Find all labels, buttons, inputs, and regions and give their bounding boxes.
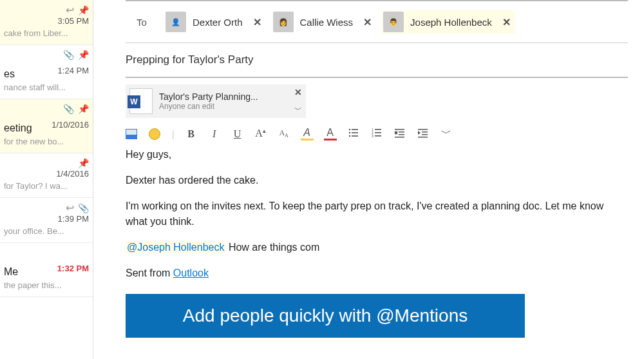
svg-point-4 <box>348 135 350 136</box>
message-time: 3:05 PM <box>58 16 89 26</box>
message-preview: your office. Be... <box>4 226 89 236</box>
recipient-name: Callie Wiess <box>300 17 354 28</box>
message-preview: cake from Liber... <box>4 28 89 38</box>
highlight-button[interactable]: A <box>301 127 314 141</box>
svg-marker-22 <box>418 131 421 135</box>
body-text: How are things com <box>225 242 319 253</box>
font-color-button[interactable]: A <box>324 127 337 141</box>
message-item[interactable]: 📎 📌 eeting1/10/2016 for the new bo... <box>0 99 93 153</box>
bullets-button[interactable] <box>347 128 360 141</box>
message-item[interactable]: 📎 📌 es1:24 PM nance staff will... <box>0 45 93 99</box>
body-paragraph: Hey guys, <box>126 147 628 162</box>
message-time: 1/4/2016 <box>56 169 89 179</box>
svg-rect-18 <box>418 129 428 130</box>
subject-field[interactable]: Prepping for Taylor's Party <box>126 43 628 78</box>
svg-rect-12 <box>395 129 404 130</box>
recipient-chip[interactable]: 👩 Callie Wiess ✕ <box>272 10 376 34</box>
message-list: ↩ 📌 3:05 PM cake from Liber... 📎 📌 es1:2… <box>0 0 93 359</box>
pin-icon: 📌 <box>78 104 89 114</box>
message-body[interactable]: Hey guys, Dexter has ordered the cake. I… <box>126 147 628 281</box>
message-item[interactable]: 📌 1/4/2016 for Taylor? I wa... <box>0 153 93 198</box>
attachment-options-icon[interactable]: ﹀ <box>294 104 302 115</box>
recipient-chip[interactable]: 👨 Joseph Hollenbeck ✕ <box>382 10 515 34</box>
bold-button[interactable]: B <box>185 128 198 140</box>
attachment-name: Taylor's Party Planning... <box>159 92 258 102</box>
recipient-name: Dexter Orth <box>193 17 243 28</box>
underline-button[interactable]: U <box>231 128 244 140</box>
svg-rect-15 <box>395 137 404 138</box>
compose-pane: To 👤 Dexter Orth ✕ 👩 Callie Wiess ✕ 👨 Jo… <box>93 0 644 359</box>
message-time: 1:32 PM <box>57 264 89 273</box>
reply-icon: ↩ <box>66 4 74 16</box>
svg-rect-20 <box>422 134 428 135</box>
pin-icon: 📌 <box>78 158 89 168</box>
insert-emoji-button[interactable] <box>149 128 162 140</box>
numbering-button[interactable]: 123 <box>370 128 383 141</box>
separator: | <box>172 129 175 139</box>
message-time: 1:24 PM <box>58 66 89 75</box>
pin-icon: 📌 <box>78 50 89 60</box>
indent-button[interactable] <box>417 128 430 141</box>
font-grow-button[interactable]: A▴ <box>254 128 267 139</box>
pin-icon: 📌 <box>78 5 89 15</box>
attachment-icon: 📎 <box>63 50 74 60</box>
italic-button[interactable]: I <box>208 128 221 140</box>
font-shrink-button[interactable]: AA <box>278 128 290 139</box>
attachment-permissions: Anyone can edit <box>159 102 258 111</box>
body-paragraph: I'm working on the invites next. To keep… <box>126 199 628 229</box>
message-title: eeting <box>4 122 32 134</box>
body-paragraph: Dexter has ordered the cake. <box>126 173 628 188</box>
message-preview: for Taylor? I wa... <box>4 181 89 191</box>
body-paragraph: @Joseph Hollenbeck How are things com <box>126 240 628 255</box>
remove-recipient-icon[interactable]: ✕ <box>363 16 372 28</box>
svg-text:3: 3 <box>372 134 374 138</box>
insert-image-button[interactable] <box>126 129 138 139</box>
svg-rect-9 <box>375 132 381 133</box>
svg-point-2 <box>348 131 350 133</box>
recipient-name: Joseph Hollenbeck <box>410 17 492 28</box>
attachment-icon: 📎 <box>63 104 74 114</box>
attachment-card[interactable]: W Taylor's Party Planning... Anyone can … <box>126 84 306 118</box>
recipient-chip[interactable]: 👤 Dexter Orth ✕ <box>164 10 265 34</box>
svg-rect-19 <box>422 131 428 133</box>
svg-point-0 <box>348 128 350 130</box>
avatar: 👩 <box>273 12 294 32</box>
svg-rect-13 <box>399 131 404 133</box>
mentions-banner: Add people quickly with @Mentions <box>126 294 525 338</box>
message-preview: nance staff will... <box>4 82 89 92</box>
svg-rect-3 <box>352 132 358 133</box>
message-preview: for the new bo... <box>4 137 89 146</box>
message-preview: the paper this... <box>4 280 89 290</box>
message-item[interactable]: Me1:32 PM the paper this... <box>0 243 93 297</box>
to-label[interactable]: To <box>126 17 158 28</box>
svg-rect-11 <box>375 135 381 137</box>
mention-link[interactable]: @Joseph Hollenbeck <box>126 241 225 253</box>
remove-recipient-icon[interactable]: ✕ <box>502 16 511 28</box>
svg-rect-5 <box>352 135 358 137</box>
signature: Sent from Outlook <box>126 266 628 281</box>
message-item[interactable]: ↩ 📎 1:39 PM your office. Be... <box>0 198 93 243</box>
message-time: 1/10/2016 <box>52 120 89 130</box>
format-toolbar: | B I U A▴ AA A A 123 ﹀ <box>126 118 628 147</box>
svg-rect-1 <box>352 129 358 130</box>
to-field-row: To 👤 Dexter Orth ✕ 👩 Callie Wiess ✕ 👨 Jo… <box>126 0 628 43</box>
message-title: es <box>4 68 15 80</box>
outdent-button[interactable] <box>393 128 406 141</box>
avatar: 👨 <box>383 12 404 32</box>
reply-icon: ↩ <box>66 202 74 214</box>
svg-rect-7 <box>375 129 381 130</box>
more-format-button[interactable]: ﹀ <box>440 127 453 141</box>
message-item[interactable]: ↩ 📌 3:05 PM cake from Liber... <box>0 0 93 45</box>
svg-rect-14 <box>399 134 404 135</box>
attachment-icon: 📎 <box>78 203 89 213</box>
avatar: 👤 <box>166 12 186 32</box>
message-title: Me <box>4 266 18 278</box>
svg-rect-21 <box>418 137 428 138</box>
word-doc-icon: W <box>129 88 153 114</box>
outlook-link[interactable]: Outlook <box>173 267 209 278</box>
message-time: 1:39 PM <box>58 214 89 224</box>
remove-attachment-icon[interactable]: ✕ <box>294 87 302 97</box>
remove-recipient-icon[interactable]: ✕ <box>253 16 261 28</box>
